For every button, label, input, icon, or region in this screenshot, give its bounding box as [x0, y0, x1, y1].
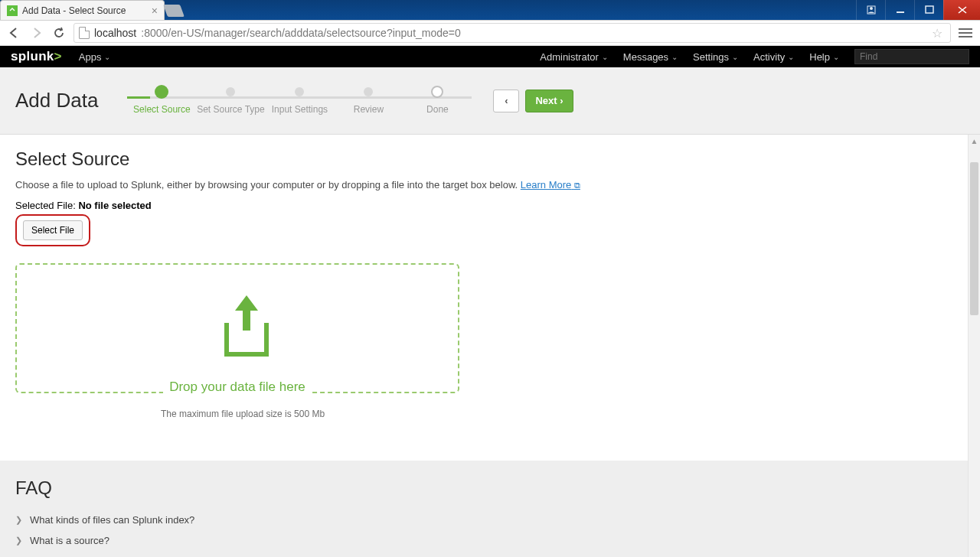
favicon-icon — [7, 5, 18, 16]
learn-more-link[interactable]: Learn More ⧉ — [521, 179, 580, 191]
highlight-annotation: Select File — [15, 214, 90, 246]
drop-text: Drop your data file here — [163, 379, 312, 399]
select-file-button[interactable]: Select File — [23, 220, 83, 240]
external-link-icon: ⧉ — [574, 181, 580, 190]
window-close-button[interactable] — [943, 0, 980, 20]
faq-item[interactable]: ❯What kinds of files can Splunk index? — [15, 510, 952, 530]
page-title: Add Data — [15, 89, 106, 112]
faq-item[interactable]: ❯How do I get remote data onto my Splunk… — [15, 551, 952, 557]
svg-rect-2 — [897, 11, 904, 13]
window-minimize-button[interactable] — [885, 0, 914, 20]
selected-file-line: Selected File: No file selected — [15, 200, 952, 211]
faq-item[interactable]: ❯What is a source? — [15, 530, 952, 551]
nav-administrator[interactable]: Administrator⌄ — [540, 51, 608, 63]
step-input-settings: Input Settings — [265, 87, 334, 115]
faq-heading: FAQ — [15, 477, 952, 499]
main-content: Select Source Choose a file to upload to… — [0, 135, 968, 557]
page-icon — [79, 27, 90, 39]
upload-limit-text: The maximum file upload size is 500 Mb — [161, 409, 952, 419]
wizard-next-button[interactable]: Next › — [525, 90, 573, 112]
nav-activity[interactable]: Activity⌄ — [753, 51, 794, 63]
apps-menu[interactable]: Apps⌄ — [79, 51, 111, 63]
nav-help[interactable]: Help⌄ — [809, 51, 839, 63]
step-done: Done — [403, 87, 472, 115]
bookmark-star-icon[interactable]: ☆ — [932, 26, 942, 41]
forward-button[interactable] — [28, 24, 46, 42]
svg-point-1 — [870, 7, 873, 10]
wizard-back-button[interactable]: ‹ — [493, 90, 519, 112]
wizard-header: Add Data Select Source Set Source Type I… — [0, 67, 980, 135]
back-button[interactable] — [5, 24, 23, 42]
step-select-source: Select Source — [127, 87, 196, 115]
scrollbar[interactable]: ▲ — [968, 135, 980, 557]
chevron-right-icon: ❯ — [15, 536, 22, 546]
url-path: :8000/en-US/manager/search/adddata/selec… — [141, 27, 461, 39]
step-review: Review — [334, 87, 403, 115]
browser-tab[interactable]: Add Data - Select Source × — [0, 0, 165, 20]
browser-menu-button[interactable] — [959, 28, 972, 37]
file-drop-zone[interactable]: Drop your data file here — [15, 263, 459, 393]
reload-button[interactable] — [51, 24, 69, 42]
window-user-icon[interactable] — [856, 0, 885, 20]
url-host: localhost — [94, 27, 136, 39]
scroll-up-icon[interactable]: ▲ — [969, 135, 980, 147]
tab-close-icon[interactable]: × — [152, 5, 158, 16]
brand-logo[interactable]: splunk> — [11, 49, 62, 64]
window-maximize-button[interactable] — [914, 0, 943, 20]
nav-settings[interactable]: Settings⌄ — [693, 51, 738, 63]
selected-file-value: No file selected — [78, 200, 151, 211]
url-field[interactable]: localhost:8000/en-US/manager/search/addd… — [74, 23, 951, 43]
step-indicator: Select Source Set Source Type Input Sett… — [127, 87, 472, 115]
upload-icon — [220, 295, 273, 363]
section-description: Choose a file to upload to Splunk, eithe… — [15, 179, 952, 191]
splunk-topbar: splunk> Apps⌄ Administrator⌄ Messages⌄ S… — [0, 46, 980, 67]
faq-section: FAQ ❯What kinds of files can Splunk inde… — [0, 461, 968, 557]
step-set-source-type: Set Source Type — [196, 87, 265, 115]
section-heading: Select Source — [15, 148, 952, 170]
nav-messages[interactable]: Messages⌄ — [623, 51, 678, 63]
svg-rect-3 — [926, 6, 933, 13]
tab-title: Add Data - Select Source — [22, 5, 126, 16]
browser-toolbar: localhost:8000/en-US/manager/search/addd… — [0, 20, 980, 46]
chevron-right-icon: ❯ — [15, 515, 22, 525]
find-input[interactable] — [854, 49, 969, 64]
scroll-thumb[interactable] — [970, 162, 978, 315]
